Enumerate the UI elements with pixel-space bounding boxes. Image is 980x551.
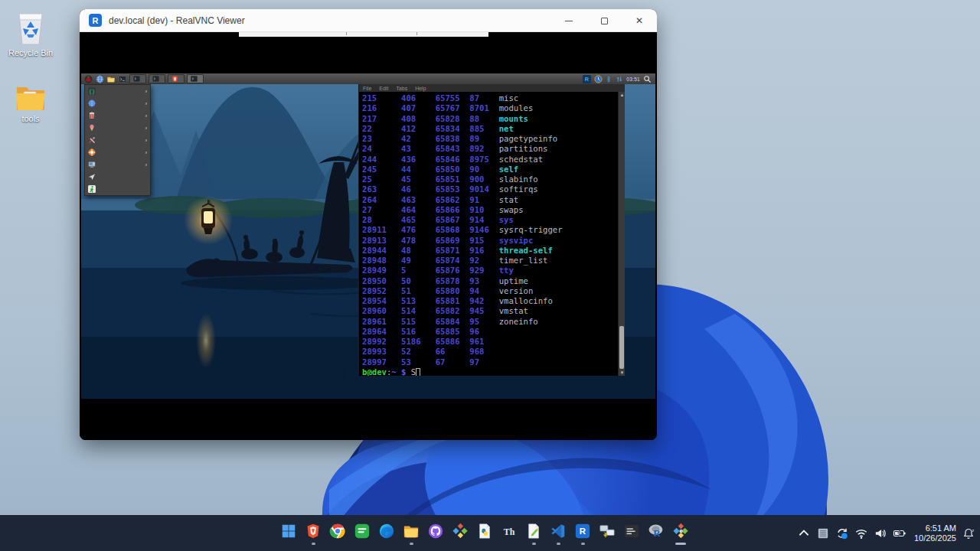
- taskbar-button-brave[interactable]: [304, 519, 322, 545]
- svg-text:z: z: [972, 527, 974, 532]
- submenu-arrow-icon: ›: [145, 150, 147, 155]
- scrollbar-thumb[interactable]: [619, 326, 624, 369]
- terminal-row: 28997 53 67 97: [362, 357, 618, 367]
- terminal-menu-edit[interactable]: Edit: [379, 86, 388, 91]
- taskbar-button-notepad-plus[interactable]: [524, 519, 543, 545]
- linux-task-button[interactable]: [149, 74, 165, 83]
- vnc-server-tray-icon[interactable]: R: [583, 75, 591, 83]
- tray-grid-window-icon[interactable]: [816, 527, 830, 540]
- tray-date: 10/26/2025: [914, 533, 956, 543]
- terminal-prompt[interactable]: b@dev:~ $ S: [362, 367, 618, 376]
- scroll-up-arrow[interactable]: ▲: [619, 92, 626, 98]
- realvnc-viewer-window: R dev.local (dev) - RealVNC Viewer ✕: [80, 9, 657, 440]
- scroll-down-arrow[interactable]: ▼: [619, 370, 626, 376]
- menu-item-preferences[interactable]: ›: [85, 158, 150, 171]
- terminal-launcher-icon[interactable]: [118, 74, 127, 83]
- terminal-row: 28964 516 65885 96: [362, 327, 618, 337]
- taskbar-button-realvnc[interactable]: R: [573, 519, 592, 545]
- taskbar-button-github[interactable]: [426, 519, 445, 545]
- terminal-menu-help[interactable]: Help: [415, 86, 426, 91]
- maximize-button[interactable]: [586, 9, 622, 32]
- terminal-row: 264 463 65862 91 stat: [362, 195, 618, 205]
- menu-item-graphics[interactable]: ›: [85, 122, 150, 134]
- submenu-arrow-icon: ›: [145, 89, 147, 94]
- preferences-icon: [88, 161, 96, 168]
- linux-task-button[interactable]: [187, 74, 204, 83]
- tray-sync-icon[interactable]: [835, 527, 849, 540]
- taskbar-button-thonny[interactable]: Th: [500, 519, 518, 545]
- terminal-row: 28 465 65867 914 sys: [362, 215, 618, 225]
- running-indicator: [410, 543, 413, 545]
- taskbar-button-diamond-utility[interactable]: [671, 519, 690, 545]
- realvnc-icon: R: [573, 522, 592, 540]
- linux-clock[interactable]: 03:51: [626, 77, 640, 82]
- terminal-menu-tabs[interactable]: Tabs: [396, 86, 407, 91]
- terminal-row: 245 44 65850 90 self: [362, 165, 618, 174]
- taskbar-button-messages[interactable]: [353, 519, 371, 545]
- tray-overflow-chevron-icon[interactable]: [797, 527, 811, 540]
- menu-item-internet[interactable]: ›: [85, 97, 150, 109]
- terminal-menu-file[interactable]: File: [363, 86, 371, 91]
- web-browser-icon[interactable]: [95, 74, 104, 83]
- updates-tray-icon[interactable]: [594, 75, 603, 83]
- battery-charging-icon[interactable]: [893, 527, 906, 540]
- accessories-icon: [88, 136, 96, 144]
- running-indicator: [312, 543, 315, 545]
- notification-bell-icon[interactable]: z: [962, 527, 975, 540]
- taskbar-button-vscode[interactable]: [549, 519, 567, 545]
- terminal-output: 215 406 65755 87 misc216 407 65767 8701 …: [359, 92, 618, 376]
- internet-icon: [88, 99, 96, 107]
- file-explorer-icon: [402, 522, 420, 540]
- linux-desktop: {}››››››› FileEditTabsHelp 215 406 65755…: [81, 84, 655, 399]
- taskbar-button-edge[interactable]: [377, 519, 396, 545]
- chrome-icon: [328, 522, 347, 540]
- taskbar-button-console[interactable]: [622, 519, 641, 545]
- desktop-icon-tools[interactable]: tools: [0, 83, 61, 123]
- terminal-row: 25 45 65851 900 slabinfo: [362, 174, 618, 184]
- terminal-row: 28913 478 65869 915 sysvipc: [362, 236, 618, 246]
- linux-task-button[interactable]: [129, 74, 146, 83]
- menu-item-help[interactable]: ›: [85, 146, 150, 158]
- terminal-row: 244 436 65846 8975 schedstat: [362, 155, 618, 165]
- taskbar-button-python-file[interactable]: [475, 519, 494, 545]
- edge-icon: [377, 522, 396, 540]
- file-manager-icon[interactable]: [106, 74, 116, 83]
- desktop-icon-recycle-bin[interactable]: Recycle Bin: [0, 9, 61, 57]
- window-titlebar[interactable]: R dev.local (dev) - RealVNC Viewer ✕: [80, 9, 657, 32]
- wifi-icon[interactable]: [854, 527, 868, 540]
- taskbar-button-start[interactable]: [279, 519, 298, 545]
- linux-task-button[interactable]: [168, 74, 185, 83]
- network-traffic-icon[interactable]: [616, 75, 623, 83]
- terminal-window[interactable]: FileEditTabsHelp 215 406 65755 87 misc21…: [358, 84, 625, 376]
- linux-app-menu: {}›››››››: [84, 84, 151, 196]
- menu-item-accessories[interactable]: ›: [85, 134, 150, 146]
- folder-icon: [15, 83, 47, 112]
- windows-taskbar: ThRR 6:51 AM 10/26/2025 z: [0, 515, 980, 551]
- terminal-scrollbar[interactable]: ▲ ▼: [618, 92, 625, 376]
- menu-item-programming[interactable]: {}›: [85, 85, 150, 97]
- terminal-row: 22 412 65834 885 net: [362, 124, 618, 134]
- bluetooth-tray-icon[interactable]: [606, 75, 612, 83]
- search-icon[interactable]: [643, 75, 652, 83]
- submenu-arrow-icon: ›: [145, 138, 147, 143]
- close-button[interactable]: ✕: [622, 9, 657, 32]
- raspberry-menu-icon[interactable]: [83, 74, 93, 83]
- svg-text:{}: {}: [89, 89, 95, 95]
- terminal-row: 28952 51 65880 94 version: [362, 286, 618, 296]
- minimize-button[interactable]: [551, 9, 586, 32]
- taskbar-button-file-explorer[interactable]: [402, 519, 420, 545]
- taskbar-button-chrome[interactable]: [328, 519, 347, 545]
- taskbar-clock[interactable]: 6:51 AM 10/26/2025: [914, 523, 956, 543]
- python-file-icon: [475, 522, 494, 540]
- menu-item-sound-video[interactable]: ›: [85, 109, 150, 122]
- start-icon: [279, 522, 298, 540]
- taskbar-button-r-project[interactable]: R: [647, 519, 665, 545]
- taskbar-button-office-diamond[interactable]: [451, 519, 469, 545]
- menu-item-run[interactable]: [85, 171, 150, 183]
- volume-icon[interactable]: [874, 527, 887, 540]
- vnc-viewport: R 03:51: [80, 32, 657, 440]
- taskbar-button-remote-desktop[interactable]: [598, 519, 616, 545]
- diamond-utility-icon: [671, 522, 690, 540]
- menu-item-shutdown[interactable]: [85, 183, 150, 195]
- remote-linux-screen: R 03:51: [81, 73, 655, 399]
